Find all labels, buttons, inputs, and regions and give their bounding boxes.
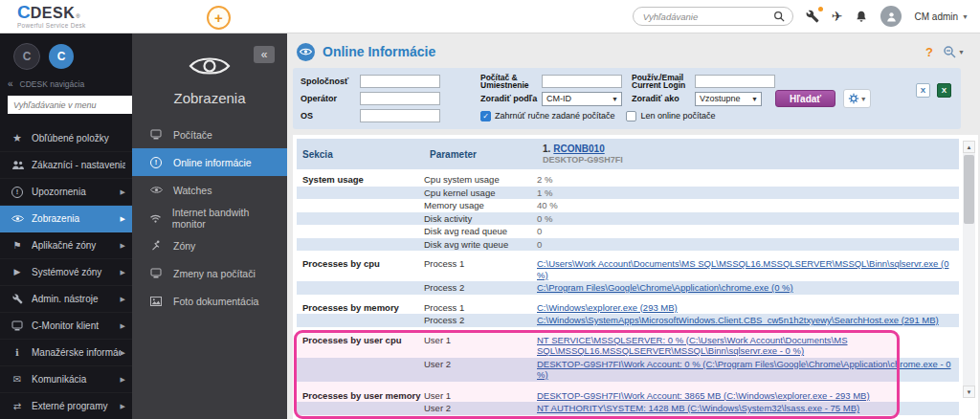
include-manual-option: Zahrnúť ručne zadané počítače: [480, 111, 614, 121]
submenu-item-pocitace[interactable]: Počítače: [132, 121, 287, 148]
computer-label: Počítač & Umiestnenie: [480, 74, 542, 90]
submenu-item-label: Zóny: [173, 240, 195, 252]
sidebar-item-label: Zobrazenia: [32, 213, 121, 224]
main-content: Online Informácie ? ▼ Spoločnosť Počítač…: [287, 33, 980, 419]
process-link[interactable]: C:\Windows\explorer.exe (293 MB): [537, 302, 678, 313]
include-manual-checkbox[interactable]: [480, 111, 491, 121]
table-row: Processes by user cpuUser 1NT SERVICE\MS…: [297, 334, 959, 358]
submenu-item-internet-bandwith-monitor[interactable]: Internet bandwith monitor: [132, 204, 287, 232]
submenu-item-zony[interactable]: Zóny: [132, 232, 287, 259]
tools-icon[interactable]: [806, 10, 819, 23]
parameter-cell: Disk avg write queue: [424, 239, 537, 251]
menu-search-input[interactable]: [8, 96, 132, 114]
workspace-icon-active[interactable]: C: [49, 44, 74, 69]
value-cell: C:\Program Files\Google\Chrome\Applicati…: [537, 282, 959, 294]
global-search-input[interactable]: [641, 11, 773, 23]
collapse-submenu-button[interactable]: «: [254, 46, 275, 63]
search-icon[interactable]: [773, 11, 785, 22]
notifications-bell-icon[interactable]: [855, 10, 868, 24]
cdesk-logo: CDESK® Powerful Service Desk: [17, 3, 86, 29]
chevron-right-icon: ▶: [121, 322, 125, 330]
column-header-parameter: Parameter: [424, 149, 537, 160]
sidebar-item-label: Admin. nástroje: [32, 294, 121, 304]
submenu-item-label: Watches: [173, 185, 212, 196]
workspace-switcher: C C: [0, 33, 132, 77]
parameter-cell: Process 2: [424, 282, 537, 294]
online-only-checkbox[interactable]: [626, 111, 636, 121]
submenu-item-online-informacie[interactable]: !Online informácie: [132, 148, 287, 176]
sidebar-item-aplikacne-zony[interactable]: ⚑Aplikačné zóny▶: [0, 232, 132, 259]
sidebar-item-externe-programy[interactable]: ⇄Externé programy▶: [0, 393, 132, 419]
user-avatar[interactable]: [880, 6, 902, 27]
computer-link[interactable]: RCONB010: [553, 143, 604, 154]
sidebar-item-label: Aplikačné zóny: [32, 240, 121, 251]
company-label: Spoločnosť: [301, 77, 360, 86]
vertical-scrollbar[interactable]: ▲ ▼: [963, 141, 975, 398]
sidebar-item-oblubene-polozky[interactable]: ★Obľúbené položky: [0, 125, 132, 152]
notification-dot: [818, 7, 823, 11]
filter-settings-button[interactable]: ▼: [843, 89, 871, 108]
online-info-icon: [297, 43, 315, 61]
scroll-down-button[interactable]: ▼: [963, 386, 975, 398]
sort-dir-select[interactable]: Vzostupne ▼: [695, 92, 762, 106]
sidebar-item-label: Manažérske informácie: [32, 347, 121, 358]
filter-row: Operátor Zoradiť podľa CM-ID ▼ Zoradiť a…: [301, 90, 953, 107]
sort-dir-label: Zoradiť ako: [632, 94, 695, 103]
sidebar-item-admin-nastroje[interactable]: Admin. nástroje▶: [0, 286, 132, 313]
process-link[interactable]: C:\Program Files\Google\Chrome\Applicati…: [537, 282, 793, 293]
global-search: [633, 7, 793, 26]
submenu-item-foto-dokumentacia[interactable]: Foto dokumentácia: [132, 287, 287, 315]
sidebar-item-systemove-zony[interactable]: ▶Systémové zóny▶: [0, 259, 132, 286]
annotation-highlight-box: Processes by user cpuUser 1NT SERVICE\MS…: [297, 334, 959, 415]
search-button[interactable]: Hľadať: [775, 90, 835, 107]
help-button[interactable]: ?: [925, 45, 933, 59]
scrollbar-track[interactable]: [963, 153, 975, 386]
filter-panel: Spoločnosť Počítač & Umiestnenie Použív.…: [293, 68, 961, 129]
table-group-processes-by-user-memory: Processes by user memoryUser 1DESKTOP-G9…: [297, 389, 959, 415]
sidebar-item-upozornenia[interactable]: !Upozornenia▶: [0, 179, 132, 206]
sidebar-item-label: C-Monitor klient: [32, 320, 121, 331]
operator-input[interactable]: [360, 92, 440, 105]
filter-row: OS Zahrnúť ručne zadané počítače Len onl…: [301, 107, 953, 124]
value-cell: DESKTOP-G9SH7FI\Work Account: 3865 MB (C…: [537, 390, 959, 402]
mail-icon: ✉: [10, 375, 25, 385]
company-input[interactable]: [360, 75, 440, 88]
workspace-icon-cdesk[interactable]: C: [13, 43, 40, 70]
process-link[interactable]: C:\Users\Work Account\Documents\MS SQL\M…: [537, 258, 948, 280]
export-excel-icon[interactable]: [937, 83, 951, 98]
section-cell: System usage: [297, 174, 424, 186]
online-info-table: Sekcia Parameter 1. RCONB010 DESKTOP-G9S…: [297, 139, 959, 419]
submenu-item-watches[interactable]: Watches: [132, 176, 287, 204]
sidebar-item-c-monitor-klient[interactable]: C-Monitor klient▶: [0, 313, 132, 340]
user-menu[interactable]: CM admin ▼: [914, 11, 969, 22]
scroll-up-button[interactable]: ▲: [963, 141, 975, 153]
value-cell: C:\Users\Work Account\Documents\MS SQL\M…: [537, 258, 959, 280]
user-login-input[interactable]: [695, 75, 775, 88]
paper-plane-icon[interactable]: ✈: [832, 9, 843, 24]
computer-input[interactable]: [542, 75, 622, 88]
collapse-sidebar-icon[interactable]: «: [8, 78, 13, 89]
sidebar-item-zobrazenia[interactable]: Zobrazenia▶: [0, 206, 132, 232]
process-link[interactable]: C:\Windows\SystemApps\MicrosoftWindows.C…: [537, 315, 939, 325]
os-label: OS: [301, 111, 360, 121]
value-cell: C:\Windows\explorer.exe (293 MB): [537, 302, 959, 314]
process-link[interactable]: NT AUTHORITY\SYSTEM: 1428 MB (C:\Windows…: [537, 403, 859, 413]
process-link[interactable]: NT SERVICE\MSSQLSERVER: 0 % (C:\Users\Wo…: [537, 335, 848, 357]
submenu-item-zmeny-na-pocitaci[interactable]: Zmeny na počítači: [132, 259, 287, 287]
process-link[interactable]: DESKTOP-G9SH7FI\Work Account: 0 % (C:\Pr…: [537, 359, 951, 381]
value-cell: 2 %: [537, 174, 959, 186]
sidebar-item-manazerske-informacie[interactable]: ℹManažérske informácie▶: [0, 340, 132, 366]
submenu-list: Počítače!Online informácieWatchesInterne…: [132, 121, 287, 315]
search-toggle-icon[interactable]: ▼: [943, 45, 965, 58]
sidebar-item-zakaznici-nastavenia[interactable]: Zákazníci - nastavenia: [0, 152, 132, 179]
value-cell: 40 %: [537, 200, 959, 211]
scrollbar-thumb[interactable]: [964, 155, 974, 224]
sort-by-select[interactable]: CM-ID ▼: [542, 92, 622, 106]
os-input[interactable]: [360, 109, 440, 122]
sidebar-item-komunikacia[interactable]: ✉Komunikácia▶: [0, 366, 132, 393]
process-link[interactable]: DESKTOP-G9SH7FI\Work Account: 3865 MB (C…: [537, 390, 870, 401]
sidebar-item-label: Upozornenia: [32, 187, 121, 197]
export-xml-icon[interactable]: [916, 83, 930, 98]
create-new-button[interactable]: +: [207, 6, 231, 30]
submenu-item-label: Online informácie: [173, 157, 252, 168]
